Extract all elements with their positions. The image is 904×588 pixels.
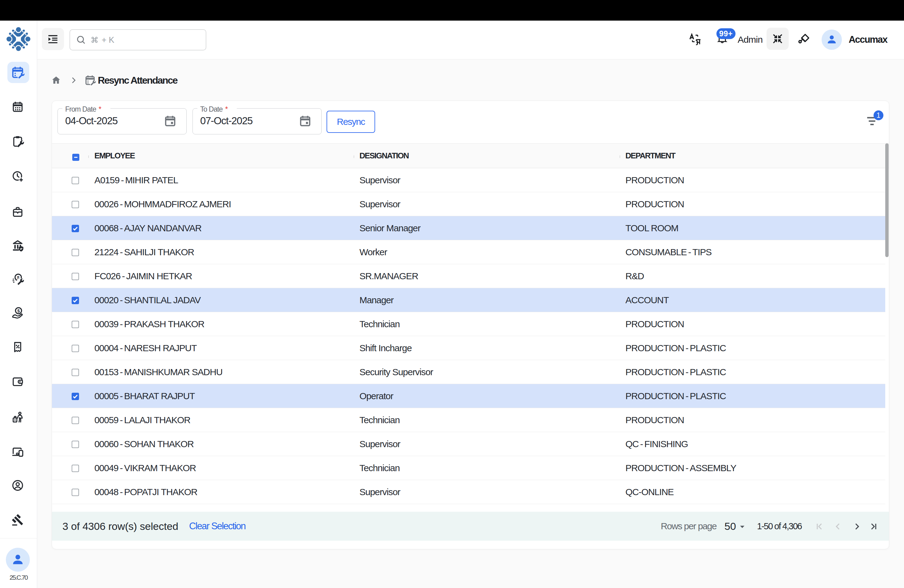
svg-text:$: $ <box>17 308 20 313</box>
